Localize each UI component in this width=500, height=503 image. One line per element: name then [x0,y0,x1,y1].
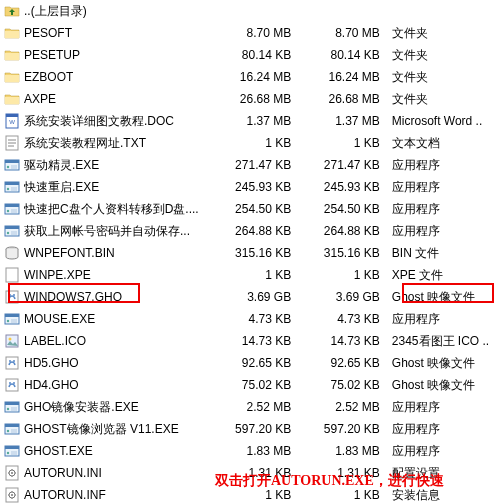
file-size-1: 3.69 GB [211,290,302,304]
file-size-2: 92.65 KB [301,356,392,370]
file-size-1: 1 KB [211,136,302,150]
file-row[interactable]: AXPE26.68 MB26.68 MB文件夹 [0,88,500,110]
file-size-1: 75.02 KB [211,378,302,392]
file-row[interactable]: EZBOOT16.24 MB16.24 MB文件夹 [0,66,500,88]
svg-point-38 [9,382,11,384]
file-row[interactable]: WNPEFONT.BIN315.16 KB315.16 KBBIN 文件 [0,242,500,264]
file-row[interactable]: 系统安装教程网址.TXT1 KB1 KB文本文档 [0,132,500,154]
svg-point-33 [9,338,12,341]
exe-icon [4,223,20,239]
file-type: 文件夹 [392,91,500,108]
file-size-2: 1.31 KB [301,466,392,480]
svg-point-13 [7,188,9,190]
file-size-2: 1.83 MB [301,444,392,458]
file-name: ..(上层目录) [24,3,87,20]
file-type: 文本文档 [392,135,500,152]
file-size-2: 1 KB [301,136,392,150]
file-list: ..(上层目录)PESOFT8.70 MB8.70 MB文件夹PESETUP80… [0,0,500,503]
file-type: 应用程序 [392,311,500,328]
file-size-1: 26.68 MB [211,92,302,106]
file-name: WINDOWS7.GHO [24,290,122,304]
file-name: 系统安装详细图文教程.DOC [24,113,174,130]
file-row[interactable]: WINDOWS7.GHO3.69 GB3.69 GBGhost 映像文件 [0,286,500,308]
file-row[interactable]: W系统安装详细图文教程.DOC1.37 MB1.37 MBMicrosoft W… [0,110,500,132]
svg-point-54 [11,472,13,474]
file-row[interactable]: PESOFT8.70 MB8.70 MB文件夹 [0,22,500,44]
svg-point-42 [7,408,9,410]
file-row[interactable]: HD5.GHO92.65 KB92.65 KBGhost 映像文件 [0,352,500,374]
exe-icon [4,311,20,327]
file-type: 文件夹 [392,25,500,42]
file-type: Ghost 映像文件 [392,289,500,306]
file-row[interactable]: 驱动精灵.EXE271.47 KB271.47 KB应用程序 [0,154,500,176]
file-row[interactable]: MOUSE.EXE4.73 KB4.73 KB应用程序 [0,308,500,330]
file-size-2: 8.70 MB [301,26,392,40]
file-size-2: 597.20 KB [301,422,392,436]
svg-rect-37 [6,379,18,391]
file-name: MOUSE.EXE [24,312,95,326]
file-size-1: 80.14 KB [211,48,302,62]
file-size-2: 315.16 KB [301,246,392,260]
svg-point-17 [7,210,9,212]
file-name: 快速把C盘个人资料转移到D盘.... [24,201,199,218]
file-row[interactable]: 获取上网帐号密码并自动保存...264.88 KB264.88 KB应用程序 [0,220,500,242]
file-row[interactable]: ..(上层目录) [0,0,500,22]
gho-icon [4,289,20,305]
exe-icon [4,399,20,415]
file-type: XPE 文件 [392,267,500,284]
svg-rect-45 [5,424,19,427]
file-row[interactable]: 快速把C盘个人资料转移到D盘....254.50 KB254.50 KB应用程序 [0,198,500,220]
file-name: WNPEFONT.BIN [24,246,115,260]
file-type: 应用程序 [392,179,500,196]
svg-text:W: W [9,119,15,125]
svg-rect-10 [11,165,17,169]
svg-rect-14 [11,187,17,191]
svg-point-61 [11,494,13,496]
file-size-1: 16.24 MB [211,70,302,84]
file-size-2: 271.47 KB [301,158,392,172]
file-name: AUTORUN.INI [24,466,102,480]
file-name-cell: PESOFT [4,25,211,41]
file-name-cell: 获取上网帐号密码并自动保存... [4,223,211,240]
file-name-cell: AXPE [4,91,211,107]
folder-up-icon [4,3,20,19]
file-row[interactable]: WINPE.XPE1 KB1 KBXPE 文件 [0,264,500,286]
file-name: LABEL.ICO [24,334,86,348]
file-row[interactable]: AUTORUN.INI1.31 KB1.31 KB配置设置 [0,462,500,484]
file-name: 获取上网帐号密码并自动保存... [24,223,190,240]
file-type: 文件夹 [392,47,500,64]
file-name: EZBOOT [24,70,73,84]
file-type: BIN 文件 [392,245,500,262]
file-icon [4,267,20,283]
file-type: 安装信息 [392,487,500,504]
file-size-2: 26.68 MB [301,92,392,106]
file-size-1: 14.73 KB [211,334,302,348]
file-size-1: 264.88 KB [211,224,302,238]
svg-point-27 [13,294,15,296]
file-type: Ghost 映像文件 [392,355,500,372]
file-size-1: 8.70 MB [211,26,302,40]
file-row[interactable]: HD4.GHO75.02 KB75.02 KBGhost 映像文件 [0,374,500,396]
file-type: 应用程序 [392,201,500,218]
file-row[interactable]: 快速重启.EXE245.93 KB245.93 KB应用程序 [0,176,500,198]
file-size-2: 3.69 GB [301,290,392,304]
svg-rect-25 [6,291,18,303]
svg-rect-34 [6,357,18,369]
file-row[interactable]: LABEL.ICO14.73 KB14.73 KB2345看图王 ICO .. [0,330,500,352]
svg-point-26 [9,294,11,296]
exe-icon [4,157,20,173]
svg-rect-47 [11,429,17,433]
file-row[interactable]: GHOST镜像浏览器 V11.EXE597.20 KB597.20 KB应用程序 [0,418,500,440]
folder-icon [4,25,20,41]
svg-rect-29 [5,314,19,317]
file-row[interactable]: GHO镜像安装器.EXE2.52 MB2.52 MB应用程序 [0,396,500,418]
file-name-cell: PESETUP [4,47,211,63]
file-name-cell: 快速重启.EXE [4,179,211,196]
exe-icon [4,201,20,217]
svg-point-30 [7,320,9,322]
file-row[interactable]: PESETUP80.14 KB80.14 KB文件夹 [0,44,500,66]
file-name: 系统安装教程网址.TXT [24,135,146,152]
file-name-cell: ..(上层目录) [4,3,211,20]
file-row[interactable]: GHOST.EXE1.83 MB1.83 MB应用程序 [0,440,500,462]
file-row[interactable]: AUTORUN.INF1 KB1 KB安装信息 [0,484,500,503]
